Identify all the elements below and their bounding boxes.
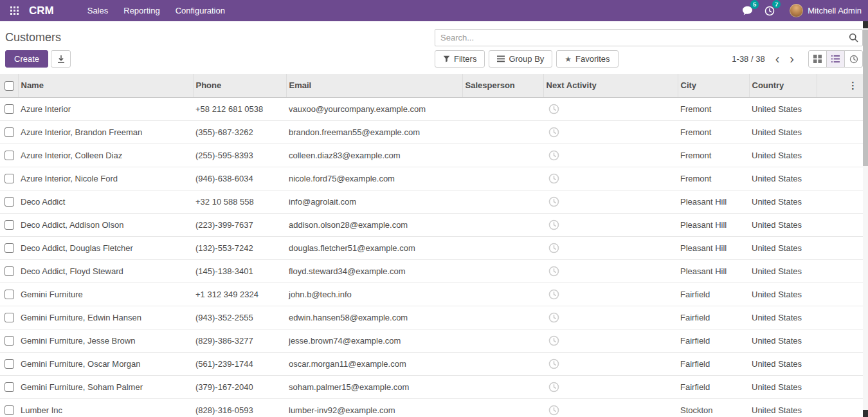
next-activity-clock-icon[interactable] [548, 219, 559, 230]
row-checkbox[interactable] [5, 220, 14, 230]
menu-sales[interactable]: Sales [80, 1, 116, 21]
search-icon[interactable] [849, 33, 858, 42]
apps-menu-button[interactable] [6, 4, 23, 17]
pager-next-button[interactable]: › [784, 51, 799, 67]
cell-country: United States [749, 329, 817, 352]
cell-city: Fairfield [678, 283, 749, 306]
cell-phone: +1 312 349 2324 [193, 283, 286, 306]
messages-button[interactable]: 5 [736, 3, 759, 18]
column-header-country[interactable]: Country [749, 74, 817, 97]
row-checkbox[interactable] [5, 104, 14, 114]
cell-phone: +32 10 588 558 [193, 190, 286, 213]
next-activity-clock-icon[interactable] [548, 289, 559, 300]
row-checkbox[interactable] [5, 336, 14, 346]
next-activity-clock-icon[interactable] [548, 243, 559, 254]
export-button[interactable] [51, 50, 71, 68]
column-header-city[interactable]: City [678, 74, 749, 97]
user-menu[interactable]: Mitchell Admin [790, 4, 862, 17]
table-row[interactable]: Deco Addict +32 10 588 558 info@agrolait… [0, 190, 863, 213]
column-header-salesperson[interactable]: Salesperson [462, 74, 543, 97]
app-brand[interactable]: CRM [29, 5, 54, 17]
view-list-button[interactable] [826, 50, 845, 68]
menu-reporting[interactable]: Reporting [116, 1, 167, 21]
next-activity-clock-icon[interactable] [548, 266, 559, 277]
cell-next-activity [543, 352, 678, 375]
row-checkbox[interactable] [5, 174, 14, 183]
cell-name: Azure Interior [18, 97, 193, 120]
row-checkbox[interactable] [5, 405, 14, 415]
filters-button[interactable]: Filters [435, 50, 485, 68]
view-activity-button[interactable] [844, 50, 863, 68]
row-checkbox[interactable] [5, 151, 14, 160]
create-button[interactable]: Create [5, 50, 48, 68]
cell-name: Deco Addict, Douglas Fletcher [18, 236, 193, 259]
pager-range: 1-38 / 38 [732, 54, 764, 64]
next-activity-clock-icon[interactable] [548, 196, 559, 207]
row-checkbox[interactable] [5, 197, 14, 207]
cell-name: Lumber Inc [18, 398, 193, 417]
cell-salesperson [462, 259, 543, 283]
search-input[interactable] [435, 29, 863, 46]
table-row[interactable]: Deco Addict, Floyd Steward (145)-138-340… [0, 259, 863, 283]
table-row[interactable]: Gemini Furniture, Oscar Morgan (561)-239… [0, 352, 863, 375]
export-icon [57, 55, 66, 64]
activities-button[interactable]: 7 [759, 3, 781, 19]
row-checkbox[interactable] [5, 243, 14, 253]
cell-name: Gemini Furniture [18, 283, 193, 306]
next-activity-clock-icon[interactable] [548, 358, 559, 369]
row-checkbox[interactable] [5, 359, 14, 369]
column-header-name[interactable]: Name [18, 74, 193, 97]
table-row[interactable]: Azure Interior, Nicole Ford (946)-638-60… [0, 167, 863, 190]
row-checkbox[interactable] [5, 266, 14, 276]
favorites-button[interactable]: ★ Favorites [556, 50, 618, 68]
cell-name: Gemini Furniture, Oscar Morgan [18, 352, 193, 375]
table-row[interactable]: Gemini Furniture, Edwin Hansen (943)-352… [0, 306, 863, 329]
table-row[interactable]: Gemini Furniture, Jesse Brown (829)-386-… [0, 329, 863, 352]
table-row[interactable]: Deco Addict, Douglas Fletcher (132)-553-… [0, 236, 863, 259]
table-row[interactable]: Azure Interior +58 212 681 0538 vauxoo@y… [0, 97, 863, 120]
group-by-button[interactable]: Group By [489, 50, 552, 68]
next-activity-clock-icon[interactable] [548, 127, 559, 138]
row-select-cell [0, 283, 18, 306]
next-activity-clock-icon[interactable] [548, 104, 559, 115]
scrollbar-thumb[interactable] [863, 30, 868, 166]
select-all-checkbox[interactable] [5, 81, 14, 91]
scroll-up-arrow[interactable] [863, 21, 868, 28]
column-options-icon[interactable]: ⋮ [817, 74, 863, 97]
cell-spacer [817, 236, 863, 259]
table-row[interactable]: Gemini Furniture +1 312 349 2324 john.b@… [0, 283, 863, 306]
row-checkbox[interactable] [5, 382, 14, 392]
table-row[interactable]: Gemini Furniture, Soham Palmer (379)-167… [0, 375, 863, 398]
cell-email: nicole.ford75@example.com [286, 167, 462, 190]
row-checkbox[interactable] [5, 313, 14, 322]
activities-badge: 7 [772, 0, 781, 8]
next-activity-clock-icon[interactable] [548, 405, 559, 416]
select-all-cell [0, 74, 18, 97]
cell-salesperson [462, 352, 543, 375]
cell-city: Pleasant Hill [678, 236, 749, 259]
next-activity-clock-icon[interactable] [548, 382, 559, 393]
next-activity-clock-icon[interactable] [548, 173, 559, 184]
next-activity-clock-icon[interactable] [548, 312, 559, 323]
row-select-cell [0, 236, 18, 259]
scroll-down-arrow[interactable] [863, 410, 868, 417]
table-row[interactable]: Azure Interior, Colleen Diaz (255)-595-8… [0, 144, 863, 167]
column-header-phone[interactable]: Phone [193, 74, 286, 97]
column-header-email[interactable]: Email [286, 74, 462, 97]
view-kanban-button[interactable] [808, 50, 827, 68]
cell-next-activity [543, 190, 678, 213]
cell-salesperson [462, 236, 543, 259]
table-row[interactable]: Deco Addict, Addison Olson (223)-399-763… [0, 213, 863, 236]
row-checkbox[interactable] [5, 290, 14, 299]
table-row[interactable]: Lumber Inc (828)-316-0593 lumber-inv92@e… [0, 398, 863, 417]
menu-configuration[interactable]: Configuration [168, 1, 233, 21]
cell-phone: (379)-167-2040 [193, 375, 286, 398]
pager-prev-button[interactable]: ‹ [770, 51, 785, 67]
next-activity-clock-icon[interactable] [548, 335, 559, 346]
row-checkbox[interactable] [5, 127, 14, 137]
table-row[interactable]: Azure Interior, Brandon Freeman (355)-68… [0, 120, 863, 144]
cell-name: Deco Addict [18, 190, 193, 213]
column-header-next-activity[interactable]: Next Activity [543, 74, 678, 97]
cell-next-activity [543, 306, 678, 329]
next-activity-clock-icon[interactable] [548, 150, 559, 161]
